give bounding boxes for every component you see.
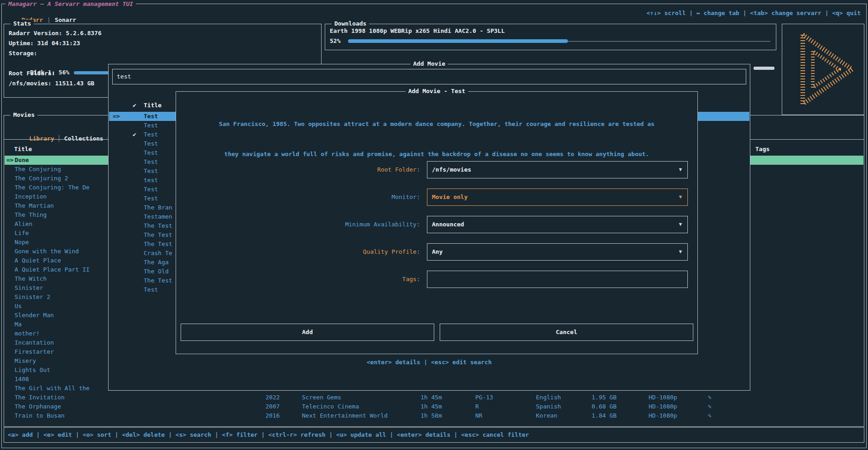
movie-studio: Next Entertainment World bbox=[302, 411, 388, 420]
library-row[interactable]: The Invitation2022Screen Gems1h 45mPG-13… bbox=[5, 393, 863, 402]
library-row[interactable]: Train to Busan2016Next Entertainment Wor… bbox=[5, 411, 863, 420]
download-percent: 52% bbox=[330, 37, 340, 44]
result-title: Test bbox=[144, 157, 158, 167]
downloads-panel-title: Downloads bbox=[332, 20, 369, 28]
movie-title: Misery bbox=[15, 356, 36, 366]
movie-runtime: 1h 58m bbox=[421, 411, 442, 420]
download-progress-track bbox=[568, 41, 770, 42]
movie-certification: PG-13 bbox=[475, 393, 493, 402]
result-title: Test bbox=[144, 194, 158, 203]
movie-title: Alien bbox=[15, 220, 32, 229]
movie-quality-profile: HD-1080p bbox=[649, 393, 677, 402]
result-title: Testamen bbox=[144, 212, 172, 221]
top-help-text: <↑↓> scroll | ↔ change tab | <tab> chang… bbox=[646, 10, 861, 16]
field-label: Quality Profile: bbox=[176, 243, 420, 261]
movie-title: Ma bbox=[15, 320, 22, 329]
movie-title: Us bbox=[15, 302, 22, 311]
movie-title: The Thing bbox=[15, 210, 47, 220]
download-progress-fill bbox=[348, 39, 568, 43]
selection-arrow: => bbox=[113, 112, 120, 121]
logo-panel bbox=[782, 24, 864, 115]
description-line: San Francisco, 1985. Two opposites attra… bbox=[184, 119, 689, 129]
field-label: Monitor: bbox=[176, 188, 420, 206]
movie-title: Train to Busan bbox=[15, 411, 65, 420]
field-label: Tags: bbox=[176, 271, 420, 288]
radarr-version: Radarr Version: 5.2.6.8376 bbox=[9, 29, 102, 38]
download-item-title: Earth 1998 1080p WEBRip x265 Hindi AAC2.… bbox=[330, 27, 505, 34]
dropdown-monitor[interactable]: Movie only▼ bbox=[427, 188, 688, 206]
movie-quality-profile: HD-1080p bbox=[649, 411, 677, 420]
movie-title: The Girl with All the bbox=[15, 384, 89, 393]
form-field: Monitor:Movie only▼ bbox=[176, 188, 697, 206]
movie-title: 1408 bbox=[15, 375, 29, 384]
movie-title: mother! bbox=[15, 329, 40, 338]
movie-runtime: 1h 45m bbox=[421, 402, 442, 411]
result-title: Test bbox=[144, 185, 158, 194]
form-field: Minimum Availability:Announced▼ bbox=[176, 216, 697, 233]
result-title: The Test bbox=[144, 221, 172, 230]
dropdown-minimum-availability[interactable]: Announced▼ bbox=[427, 216, 688, 233]
monitored-icon: ✎ bbox=[708, 411, 712, 420]
description-line: they navigate a world full of risks and … bbox=[184, 149, 689, 159]
movie-language: English bbox=[536, 393, 561, 402]
chevron-down-icon: ▼ bbox=[679, 244, 682, 260]
tab-sonarr[interactable]: Sonarr bbox=[55, 16, 76, 23]
movie-search-value: test bbox=[117, 69, 131, 84]
tab-collections[interactable]: Collections bbox=[64, 135, 104, 142]
library-row[interactable]: The Orphanage2007Telecinco Cinema1h 45mR… bbox=[5, 402, 863, 411]
in-library-check-icon: ✔ bbox=[133, 130, 136, 139]
movie-size: 0.68 GB bbox=[592, 402, 617, 411]
dropdown-quality-profile[interactable]: Any▼ bbox=[427, 243, 688, 261]
result-title: Test bbox=[144, 121, 158, 130]
app-title: Managarr – A Servarr management TUI bbox=[5, 0, 136, 7]
field-value: Any bbox=[432, 244, 442, 260]
selection-arrow: => bbox=[6, 156, 14, 165]
movie-studio: Telecinco Cinema bbox=[302, 402, 359, 411]
movie-studio: Screen Gems bbox=[302, 393, 341, 402]
movie-year: 2022 bbox=[265, 393, 280, 402]
add-movie-panel-title: Add Movie bbox=[411, 60, 448, 68]
movie-title: The Witch bbox=[15, 274, 47, 283]
dropdown-root-folder[interactable]: /nfs/movies▼ bbox=[427, 161, 688, 178]
input-tags[interactable] bbox=[427, 271, 688, 288]
movie-title: The Conjuring bbox=[15, 165, 61, 174]
movie-title: Firestarter bbox=[15, 347, 54, 356]
movie-title: A Quiet Place bbox=[15, 256, 61, 265]
movie-title: The Martian bbox=[15, 201, 54, 210]
tab-separator: | bbox=[47, 16, 51, 23]
tab-library[interactable]: Library bbox=[29, 135, 54, 142]
downloads-panel: Downloads Earth 1998 1080p WEBRip x265 H… bbox=[325, 24, 776, 50]
result-title: The Old bbox=[144, 267, 169, 276]
movie-title: Dune bbox=[15, 156, 29, 165]
movie-language: Korean bbox=[536, 411, 557, 420]
column-header-tags[interactable]: Tags bbox=[755, 146, 769, 152]
results-title-header[interactable]: Title bbox=[144, 101, 161, 110]
result-title: Test bbox=[144, 130, 158, 139]
field-label: Minimum Availability: bbox=[176, 216, 420, 233]
result-title: The Test bbox=[144, 230, 172, 240]
movie-title: Lights Out bbox=[15, 366, 50, 375]
result-title: The Test bbox=[144, 240, 172, 249]
add-movie-help-text: <enter> details | <esc> edit search bbox=[109, 359, 750, 366]
result-title: Test bbox=[144, 148, 158, 157]
movie-title: Sinister bbox=[15, 283, 43, 293]
movie-title: The Conjuring: The De bbox=[15, 183, 89, 192]
tab-separator: │ bbox=[57, 135, 61, 142]
movie-quality-profile: HD-1080p bbox=[649, 402, 677, 411]
field-value: Announced bbox=[432, 216, 464, 233]
add-movie-modal: Add Movie - Test San Francisco, 1985. Tw… bbox=[176, 91, 698, 354]
movie-certification: NR bbox=[475, 411, 483, 420]
movie-year: 2007 bbox=[265, 402, 280, 411]
form-field: Tags: bbox=[176, 271, 697, 288]
movie-search-input[interactable]: test bbox=[112, 69, 746, 84]
result-title: Test bbox=[144, 167, 158, 176]
scrollbar-thumb[interactable] bbox=[754, 67, 774, 70]
column-header-title[interactable]: Title bbox=[14, 146, 32, 152]
add-button[interactable]: Add bbox=[181, 324, 434, 341]
field-value: /nfs/movies bbox=[432, 162, 471, 178]
monitored-icon: ✎ bbox=[708, 402, 712, 411]
movie-title: Life bbox=[15, 229, 29, 238]
form-field: Root Folder:/nfs/movies▼ bbox=[176, 161, 697, 178]
result-title: The Test bbox=[144, 276, 172, 285]
cancel-button[interactable]: Cancel bbox=[440, 324, 693, 341]
